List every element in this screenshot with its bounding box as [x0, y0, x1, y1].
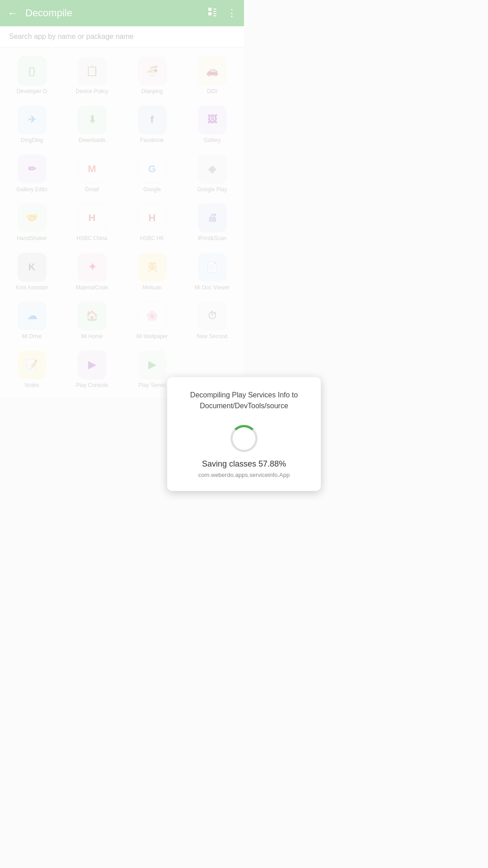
progress-overlay: Decompiling Play Services Info to Docume… [0, 0, 244, 434]
spinner-arc [230, 425, 244, 434]
decompiling-info-text: Decompiling Play Services Info to Docume… [183, 390, 244, 411]
spinner [230, 425, 244, 434]
progress-card: Decompiling Play Services Info to Docume… [167, 377, 244, 434]
